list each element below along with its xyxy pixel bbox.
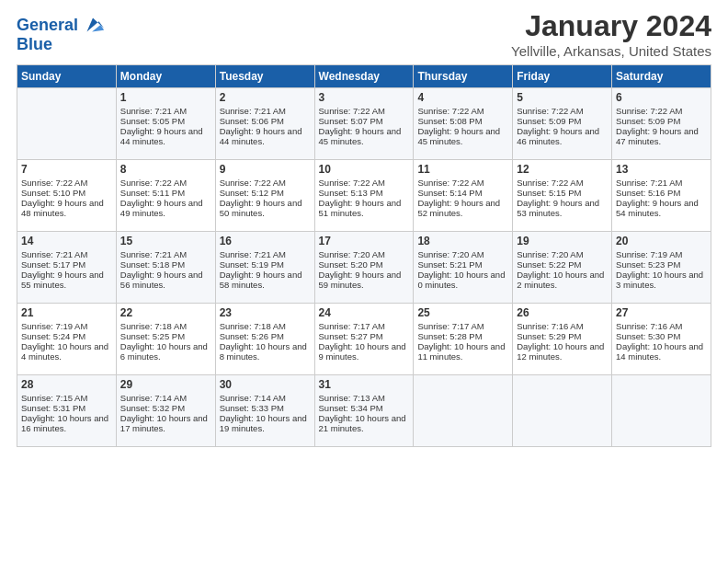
day-number: 20	[616, 235, 707, 247]
day-number: 28	[21, 378, 112, 391]
table-row: 14Sunrise: 7:21 AMSunset: 5:17 PMDayligh…	[17, 232, 117, 304]
sunset-text: Sunset: 5:06 PM	[220, 116, 311, 126]
sunrise-text: Sunrise: 7:22 AM	[319, 106, 410, 116]
daylight-text: Daylight: 9 hours and 46 minutes.	[517, 126, 608, 146]
sunset-text: Sunset: 5:24 PM	[21, 331, 112, 341]
sunrise-text: Sunrise: 7:19 AM	[21, 321, 112, 331]
sunrise-text: Sunrise: 7:13 AM	[319, 393, 410, 403]
sunrise-text: Sunrise: 7:21 AM	[220, 106, 311, 116]
table-row: 7Sunrise: 7:22 AMSunset: 5:10 PMDaylight…	[17, 160, 117, 232]
daylight-text: Daylight: 9 hours and 44 minutes.	[120, 126, 211, 146]
table-row: 29Sunrise: 7:14 AMSunset: 5:32 PMDayligh…	[116, 375, 215, 447]
daylight-text: Daylight: 10 hours and 3 minutes.	[616, 270, 707, 290]
table-row: 20Sunrise: 7:19 AMSunset: 5:23 PMDayligh…	[612, 232, 711, 304]
sunset-text: Sunset: 5:28 PM	[417, 331, 508, 341]
day-number: 16	[220, 235, 311, 247]
daylight-text: Daylight: 9 hours and 44 minutes.	[220, 126, 311, 146]
logo: General Blue	[17, 13, 106, 54]
daylight-text: Daylight: 10 hours and 0 minutes.	[417, 270, 508, 290]
sunrise-text: Sunrise: 7:22 AM	[417, 178, 508, 188]
day-number: 29	[120, 378, 211, 391]
sunset-text: Sunset: 5:29 PM	[517, 331, 608, 341]
sunrise-text: Sunrise: 7:17 AM	[319, 321, 410, 331]
sunset-text: Sunset: 5:26 PM	[220, 331, 311, 341]
table-row: 12Sunrise: 7:22 AMSunset: 5:15 PMDayligh…	[513, 160, 612, 232]
daylight-text: Daylight: 10 hours and 2 minutes.	[517, 270, 608, 290]
table-row	[612, 375, 711, 447]
table-row: 19Sunrise: 7:20 AMSunset: 5:22 PMDayligh…	[513, 232, 612, 304]
table-row: 27Sunrise: 7:16 AMSunset: 5:30 PMDayligh…	[612, 304, 711, 375]
sunset-text: Sunset: 5:33 PM	[220, 403, 311, 413]
table-row: 31Sunrise: 7:13 AMSunset: 5:34 PMDayligh…	[314, 375, 414, 447]
sunrise-text: Sunrise: 7:14 AM	[220, 393, 311, 403]
day-number: 21	[21, 306, 112, 319]
daylight-text: Daylight: 9 hours and 45 minutes.	[319, 126, 410, 146]
month-title: January 2024	[511, 9, 711, 43]
day-number: 26	[517, 306, 608, 319]
daylight-text: Daylight: 9 hours and 54 minutes.	[616, 198, 707, 218]
sunrise-text: Sunrise: 7:18 AM	[220, 321, 311, 331]
table-row: 26Sunrise: 7:16 AMSunset: 5:29 PMDayligh…	[513, 304, 612, 375]
daylight-text: Daylight: 10 hours and 12 minutes.	[517, 341, 608, 362]
sunset-text: Sunset: 5:13 PM	[319, 188, 410, 198]
table-row: 30Sunrise: 7:14 AMSunset: 5:33 PMDayligh…	[215, 375, 314, 447]
table-row: 5Sunrise: 7:22 AMSunset: 5:09 PMDaylight…	[513, 88, 612, 160]
calendar: Sunday Monday Tuesday Wednesday Thursday…	[17, 64, 711, 447]
sunset-text: Sunset: 5:15 PM	[517, 188, 608, 198]
daylight-text: Daylight: 10 hours and 14 minutes.	[616, 341, 707, 362]
day-number: 23	[220, 306, 311, 319]
header-thursday: Thursday	[414, 65, 513, 88]
table-row: 6Sunrise: 7:22 AMSunset: 5:09 PMDaylight…	[612, 88, 711, 160]
sunrise-text: Sunrise: 7:18 AM	[120, 321, 211, 331]
sunrise-text: Sunrise: 7:20 AM	[517, 249, 608, 259]
sunset-text: Sunset: 5:08 PM	[417, 116, 508, 126]
day-number: 4	[417, 91, 508, 104]
daylight-text: Daylight: 9 hours and 49 minutes.	[120, 198, 211, 218]
daylight-text: Daylight: 9 hours and 56 minutes.	[120, 270, 211, 290]
sunset-text: Sunset: 5:17 PM	[21, 259, 112, 270]
daylight-text: Daylight: 9 hours and 47 minutes.	[616, 126, 707, 146]
location: Yellville, Arkansas, United States	[511, 43, 711, 59]
daylight-text: Daylight: 9 hours and 52 minutes.	[417, 198, 508, 218]
day-number: 5	[517, 91, 608, 104]
daylight-text: Daylight: 10 hours and 8 minutes.	[220, 341, 311, 362]
table-row: 18Sunrise: 7:20 AMSunset: 5:21 PMDayligh…	[414, 232, 513, 304]
table-row: 11Sunrise: 7:22 AMSunset: 5:14 PMDayligh…	[414, 160, 513, 232]
table-row: 10Sunrise: 7:22 AMSunset: 5:13 PMDayligh…	[314, 160, 414, 232]
sunrise-text: Sunrise: 7:20 AM	[417, 249, 508, 259]
daylight-text: Daylight: 10 hours and 16 minutes.	[21, 413, 112, 433]
sunset-text: Sunset: 5:21 PM	[417, 259, 508, 270]
daylight-text: Daylight: 9 hours and 53 minutes.	[517, 198, 608, 218]
daylight-text: Daylight: 9 hours and 45 minutes.	[417, 126, 508, 146]
sunset-text: Sunset: 5:23 PM	[616, 259, 707, 270]
day-number: 24	[319, 306, 410, 319]
day-number: 12	[517, 163, 608, 176]
sunset-text: Sunset: 5:12 PM	[220, 188, 311, 198]
day-number: 25	[417, 306, 508, 319]
daylight-text: Daylight: 9 hours and 58 minutes.	[220, 270, 311, 290]
daylight-text: Daylight: 10 hours and 11 minutes.	[417, 341, 508, 362]
header-wednesday: Wednesday	[314, 65, 414, 88]
table-row: 3Sunrise: 7:22 AMSunset: 5:07 PMDaylight…	[314, 88, 414, 160]
table-row: 8Sunrise: 7:22 AMSunset: 5:11 PMDaylight…	[116, 160, 215, 232]
table-row: 23Sunrise: 7:18 AMSunset: 5:26 PMDayligh…	[215, 304, 314, 375]
header-friday: Friday	[513, 65, 612, 88]
header-monday: Monday	[116, 65, 215, 88]
day-number: 1	[120, 91, 211, 104]
page: General Blue January 2024 Yellville, Ark…	[0, 0, 728, 563]
sunrise-text: Sunrise: 7:22 AM	[517, 178, 608, 188]
table-row: 24Sunrise: 7:17 AMSunset: 5:27 PMDayligh…	[314, 304, 414, 375]
sunrise-text: Sunrise: 7:14 AM	[120, 393, 211, 403]
table-row	[17, 88, 117, 160]
day-number: 8	[120, 163, 211, 176]
daylight-text: Daylight: 10 hours and 21 minutes.	[319, 413, 410, 433]
sunset-text: Sunset: 5:27 PM	[319, 331, 410, 341]
logo-icon	[80, 13, 106, 39]
sunset-text: Sunset: 5:31 PM	[21, 403, 112, 413]
sunset-text: Sunset: 5:18 PM	[120, 259, 211, 270]
sunset-text: Sunset: 5:07 PM	[319, 116, 410, 126]
daylight-text: Daylight: 10 hours and 17 minutes.	[120, 413, 211, 433]
table-row: 22Sunrise: 7:18 AMSunset: 5:25 PMDayligh…	[116, 304, 215, 375]
sunset-text: Sunset: 5:11 PM	[120, 188, 211, 198]
table-row: 9Sunrise: 7:22 AMSunset: 5:12 PMDaylight…	[215, 160, 314, 232]
